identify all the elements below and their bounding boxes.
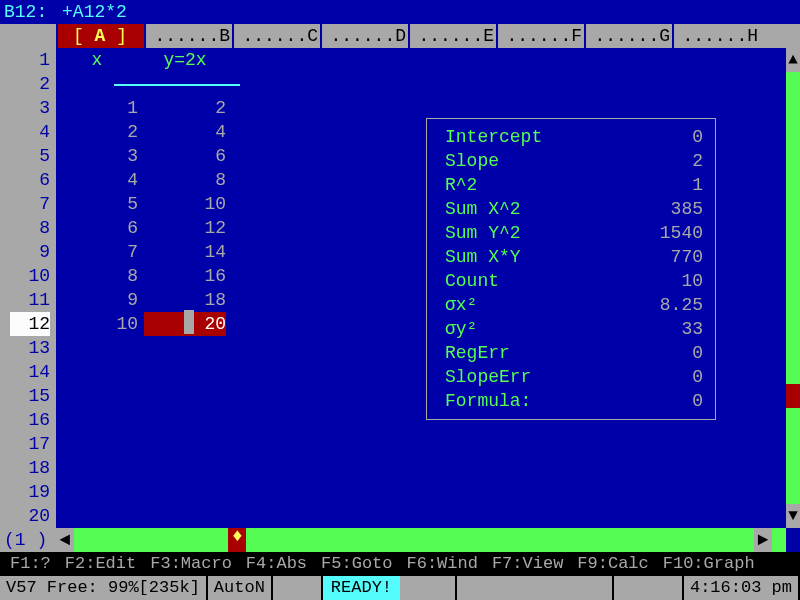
fkey-F1[interactable]: F1:? xyxy=(10,552,51,576)
cell-A7[interactable]: 5 xyxy=(56,192,138,216)
stats-label: Formula: xyxy=(445,389,633,413)
cell-A8[interactable]: 6 xyxy=(56,216,138,240)
column-header-F[interactable]: ......F xyxy=(496,24,584,48)
cell-A3[interactable]: 1 xyxy=(56,96,138,120)
cell-ref: B12: xyxy=(4,2,47,22)
hscroll-thumb[interactable]: ♦ xyxy=(228,528,246,552)
stats-label: Slope xyxy=(445,149,633,173)
cell-B13[interactable] xyxy=(144,336,226,360)
cell-A14[interactable] xyxy=(56,360,138,384)
fkey-F2[interactable]: F2:Edit xyxy=(65,552,136,576)
cell-A6[interactable]: 4 xyxy=(56,168,138,192)
fkey-F5[interactable]: F5:Goto xyxy=(321,552,392,576)
cell-B7[interactable]: 10 xyxy=(144,192,226,216)
cell-B10[interactable]: 16 xyxy=(144,264,226,288)
fkey-F10[interactable]: F10:Graph xyxy=(663,552,755,576)
cell-B8[interactable]: 12 xyxy=(144,216,226,240)
cell-B5[interactable]: 6 xyxy=(144,144,226,168)
stats-row: SlopeErr0 xyxy=(445,365,703,389)
cell-A12[interactable]: 10 xyxy=(56,312,138,336)
cell-B14[interactable] xyxy=(144,360,226,384)
cell-A5[interactable]: 3 xyxy=(56,144,138,168)
cell-B17[interactable] xyxy=(144,432,226,456)
fkey-F7[interactable]: F7:View xyxy=(492,552,563,576)
column-header-C[interactable]: ......C xyxy=(232,24,320,48)
cell-B9[interactable]: 14 xyxy=(144,240,226,264)
cell-B12[interactable]: 20 xyxy=(144,312,226,336)
stats-row: R^21 xyxy=(445,173,703,197)
row-header-1[interactable]: 1 xyxy=(10,48,50,72)
row-header-5[interactable]: 5 xyxy=(10,144,50,168)
cell-A16[interactable] xyxy=(56,408,138,432)
cell-B3[interactable]: 2 xyxy=(144,96,226,120)
row-header-16[interactable]: 16 xyxy=(10,408,50,432)
stats-row: σy²33 xyxy=(445,317,703,341)
text-cursor xyxy=(184,310,194,334)
column-header-H[interactable]: ......H xyxy=(672,24,760,48)
row-header-15[interactable]: 15 xyxy=(10,384,50,408)
scroll-left-icon[interactable]: ◄ xyxy=(56,528,74,552)
cell-A13[interactable] xyxy=(56,336,138,360)
horizontal-scrollbar[interactable]: (1 ) ◄ ♦ ► xyxy=(0,528,800,552)
sheet-tab[interactable]: (1 ) xyxy=(0,528,56,552)
cell-B19[interactable] xyxy=(144,480,226,504)
vertical-scrollbar[interactable]: ▲ ▼ xyxy=(786,48,800,528)
row-header-3[interactable]: 3 xyxy=(10,96,50,120)
row-header-19[interactable]: 19 xyxy=(10,480,50,504)
cell-B16[interactable] xyxy=(144,408,226,432)
cell-A4[interactable]: 2 xyxy=(56,120,138,144)
cell-A11[interactable]: 9 xyxy=(56,288,138,312)
cell-B15[interactable] xyxy=(144,384,226,408)
stats-value: 10 xyxy=(633,269,703,293)
row-header-6[interactable]: 6 xyxy=(10,168,50,192)
row-header-14[interactable]: 14 xyxy=(10,360,50,384)
cell-A20[interactable] xyxy=(56,504,138,528)
row-header-10[interactable]: 10 xyxy=(10,264,50,288)
row-header-13[interactable]: 13 xyxy=(10,336,50,360)
fkey-F3[interactable]: F3:Macro xyxy=(150,552,232,576)
cell-A17[interactable] xyxy=(56,432,138,456)
formula-bar[interactable]: B12: +A12*2 xyxy=(0,0,800,24)
status-auton: AutoN xyxy=(208,576,273,600)
column-header-B[interactable]: ......B xyxy=(144,24,232,48)
stats-row: Sum X*Y770 xyxy=(445,245,703,269)
scroll-down-icon[interactable]: ▼ xyxy=(786,504,800,528)
cell-B1[interactable]: y=2x xyxy=(144,48,226,72)
column-header-E[interactable]: ......E xyxy=(408,24,496,48)
cell-A1[interactable]: x xyxy=(56,48,138,72)
row-header-11[interactable]: 11 xyxy=(10,288,50,312)
stats-value: 1540 xyxy=(633,221,703,245)
vscroll-thumb[interactable] xyxy=(786,384,800,408)
cell-A9[interactable]: 7 xyxy=(56,240,138,264)
row-header-9[interactable]: 9 xyxy=(10,240,50,264)
scroll-right-icon[interactable]: ► xyxy=(754,528,772,552)
cell-B20[interactable] xyxy=(144,504,226,528)
cell-A19[interactable] xyxy=(56,480,138,504)
fkey-F4[interactable]: F4:Abs xyxy=(246,552,307,576)
fkey-F9[interactable]: F9:Calc xyxy=(577,552,648,576)
row-header-12[interactable]: 12 xyxy=(10,312,50,336)
cell-A15[interactable] xyxy=(56,384,138,408)
column-header-A[interactable]: [ A ] xyxy=(56,24,144,48)
scroll-up-icon[interactable]: ▲ xyxy=(786,48,800,72)
column-header-D[interactable]: ......D xyxy=(320,24,408,48)
row-header-20[interactable]: 20 xyxy=(10,504,50,528)
cell-B18[interactable] xyxy=(144,456,226,480)
cell-A18[interactable] xyxy=(56,456,138,480)
cell-B4[interactable]: 4 xyxy=(144,120,226,144)
cell-B11[interactable]: 18 xyxy=(144,288,226,312)
row-header-4[interactable]: 4 xyxy=(10,120,50,144)
row-header-8[interactable]: 8 xyxy=(10,216,50,240)
status-ready: READY! xyxy=(323,576,400,600)
cell-A10[interactable]: 8 xyxy=(56,264,138,288)
row-header-17[interactable]: 17 xyxy=(10,432,50,456)
row-header-18[interactable]: 18 xyxy=(10,456,50,480)
cell-B6[interactable]: 8 xyxy=(144,168,226,192)
row-header-2[interactable]: 2 xyxy=(10,72,50,96)
stats-row: RegErr0 xyxy=(445,341,703,365)
fkey-F6[interactable]: F6:Wind xyxy=(407,552,478,576)
stats-row: Sum Y^21540 xyxy=(445,221,703,245)
stats-row: σx²8.25 xyxy=(445,293,703,317)
column-header-G[interactable]: ......G xyxy=(584,24,672,48)
row-header-7[interactable]: 7 xyxy=(10,192,50,216)
